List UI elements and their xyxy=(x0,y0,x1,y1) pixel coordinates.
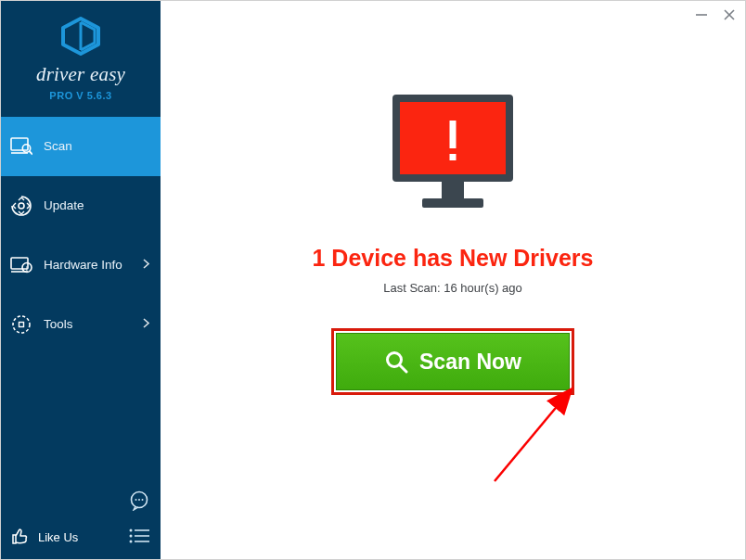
scan-icon xyxy=(10,135,32,158)
svg-point-4 xyxy=(22,144,30,151)
sidebar-item-update[interactable]: Update xyxy=(1,176,161,235)
sidebar-item-label: Update xyxy=(44,198,84,212)
app-name: driver easy xyxy=(36,63,125,86)
minimize-button[interactable] xyxy=(695,8,708,25)
menu-list-icon[interactable] xyxy=(129,528,149,547)
svg-point-6 xyxy=(19,203,24,209)
status-headline: 1 Device has New Drivers xyxy=(313,245,594,272)
sidebar-item-hardware-info[interactable]: i Hardware Info xyxy=(1,235,161,295)
svg-point-11 xyxy=(13,316,30,333)
search-icon xyxy=(384,350,408,374)
svg-point-17 xyxy=(130,528,133,531)
feedback-icon[interactable] xyxy=(129,490,149,515)
svg-line-33 xyxy=(400,365,406,372)
svg-line-5 xyxy=(30,151,33,155)
scan-button-label: Scan Now xyxy=(419,350,521,375)
main-panel: 1 Device has New Drivers Last Scan: 16 h… xyxy=(161,1,745,559)
svg-point-14 xyxy=(135,499,137,501)
svg-rect-12 xyxy=(19,322,24,326)
app-logo-block: driver easy PRO V 5.6.3 xyxy=(1,1,161,117)
like-us-label: Like Us xyxy=(38,530,78,544)
chevron-right-icon xyxy=(143,317,149,331)
scan-status-block: 1 Device has New Drivers Last Scan: 16 h… xyxy=(161,89,745,395)
app-window: driver easy PRO V 5.6.3 Scan xyxy=(0,0,746,560)
sidebar-item-label: Scan xyxy=(44,139,72,153)
close-button[interactable] xyxy=(723,8,736,25)
sidebar-nav: Scan Update xyxy=(1,117,161,354)
scan-now-button[interactable]: Scan Now xyxy=(336,333,570,390)
hardware-info-icon: i xyxy=(10,254,32,276)
chevron-right-icon xyxy=(143,258,149,272)
svg-text:i: i xyxy=(26,264,28,273)
like-us-button[interactable]: Like Us xyxy=(10,527,78,548)
svg-line-35 xyxy=(495,392,569,481)
last-scan-text: Last Scan: 16 hour(s) ago xyxy=(383,281,522,295)
update-icon xyxy=(10,195,32,217)
app-version: PRO V 5.6.3 xyxy=(49,90,111,101)
svg-rect-31 xyxy=(450,154,457,160)
svg-rect-30 xyxy=(450,121,457,148)
tools-icon xyxy=(10,313,32,336)
thumbs-up-icon xyxy=(10,527,29,548)
app-logo-icon xyxy=(59,17,102,63)
window-controls xyxy=(695,8,736,25)
svg-point-15 xyxy=(138,499,140,501)
svg-rect-28 xyxy=(442,182,464,198)
scan-button-highlight: Scan Now xyxy=(331,328,574,395)
sidebar-item-label: Tools xyxy=(44,317,73,331)
sidebar: driver easy PRO V 5.6.3 Scan xyxy=(1,1,161,559)
sidebar-footer: Like Us xyxy=(1,517,161,559)
svg-point-21 xyxy=(130,540,133,542)
svg-point-16 xyxy=(142,499,144,501)
svg-rect-29 xyxy=(422,198,483,208)
sidebar-item-tools[interactable]: Tools xyxy=(1,295,161,354)
alert-monitor-icon xyxy=(383,89,522,223)
svg-point-19 xyxy=(130,534,133,537)
sidebar-item-scan[interactable]: Scan xyxy=(1,117,161,176)
sidebar-item-label: Hardware Info xyxy=(44,258,122,272)
